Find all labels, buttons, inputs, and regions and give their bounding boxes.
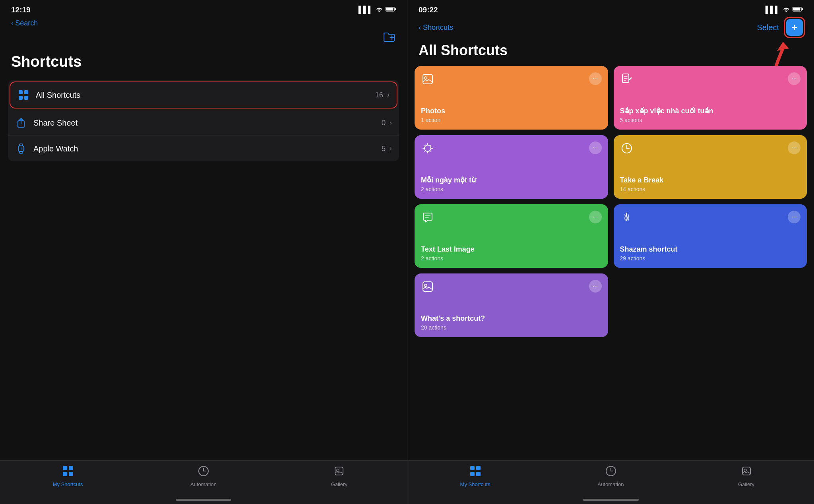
tab-gallery-1[interactable]: Gallery [271,465,407,487]
gallery-tab-label: Gallery [331,481,347,487]
tab-automation-1[interactable]: Automation [136,465,271,487]
shortcut-card-photos[interactable]: ··· Photos 1 action [415,66,608,130]
back-nav-1[interactable]: ‹ Search [0,17,407,31]
phone1-header [0,31,407,49]
shortcut-card-shazam[interactable]: ··· Shazam shortcut 29 actions [614,204,807,268]
card-bottom-moi-ngay: Mỗi ngày một từ 2 actions [421,176,602,193]
card-top-take-a-break: ··· [620,142,801,158]
all-shortcuts-chevron: › [387,91,390,99]
tab-my-shortcuts-1[interactable]: My Shortcuts [0,465,136,487]
share-sheet-count: 0 [382,118,386,127]
automation-tab-label: Automation [190,481,217,487]
take-a-break-name: Take a Break [620,176,801,185]
back-nav-2[interactable]: ‹ Shortcuts [419,23,453,32]
svg-rect-24 [793,8,800,11]
phone1: 12:19 ▌▌▌ ‹ Search [0,0,407,504]
shazam-more-btn[interactable]: ··· [788,211,800,223]
whats-shortcut-actions: 20 actions [421,324,602,331]
battery-icon-1 [386,6,396,14]
nav-actions: Select + [757,19,803,36]
share-sheet-label: Share Sheet [33,118,382,128]
page-title-2: All Shortcuts [407,40,814,66]
card-bottom-shazam: Shazam shortcut 29 actions [620,245,801,262]
photos-actions: 1 action [421,117,602,123]
page-title-1: Shortcuts [0,49,407,80]
battery-icon-2 [793,6,803,14]
back-chevron-1: ‹ [11,20,13,27]
my-shortcuts-tab-icon-2 [470,465,481,479]
watch-icon [15,143,27,155]
menu-item-share-sheet[interactable]: Share Sheet 0 › [8,110,399,136]
add-icon: + [791,21,798,34]
sap-xep-name: Sắp xếp việc nhà cuối tuần [620,107,801,116]
gallery-tab-icon [333,465,345,479]
shortcut-card-sap-xep[interactable]: ··· Sắp xếp việc nhà cuối tuần 5 actions [614,66,807,130]
grid-icon [17,89,29,101]
signal-icon-1: ▌▌▌ [359,6,373,14]
svg-rect-13 [19,151,23,153]
apple-watch-label: Apple Watch [33,144,382,153]
automation-tab-icon-2 [605,465,616,479]
card-top-shazam: ··· [620,211,801,227]
card-top-moi-ngay: ··· [421,142,602,158]
gallery-tab-icon-2 [741,465,752,479]
all-shortcuts-label: All Shortcuts [36,91,375,100]
card-bottom-text-last-image: Text Last Image 2 actions [421,245,602,262]
sap-xep-more-btn[interactable]: ··· [788,72,800,85]
shortcuts-grid: ··· Photos 1 action ··· [407,66,814,337]
shortcut-card-moi-ngay[interactable]: ··· Mỗi ngày một từ 2 actions [415,135,608,199]
moi-ngay-icon [421,142,434,158]
svg-rect-47 [470,472,475,476]
select-button[interactable]: Select [757,23,779,32]
card-bottom-sap-xep: Sắp xếp việc nhà cuối tuần 5 actions [620,107,801,124]
card-top-text-last-image: ··· [421,211,602,227]
card-bottom-photos: Photos 1 action [421,107,602,124]
moi-ngay-actions: 2 actions [421,186,602,192]
shortcut-card-whats-shortcut[interactable]: ··· What's a shortcut? 20 actions [415,273,608,337]
svg-rect-25 [802,8,803,10]
automation-tab-label-2: Automation [598,481,624,487]
moi-ngay-more-btn[interactable]: ··· [589,142,602,154]
card-top-sap-xep: ··· [620,72,801,89]
menu-item-apple-watch[interactable]: Apple Watch 5 › [8,136,399,161]
svg-rect-18 [63,472,67,476]
card-top-whats-shortcut: ··· [421,280,602,296]
svg-rect-46 [476,466,481,470]
svg-line-39 [424,151,425,151]
wifi-icon-1 [376,6,383,14]
tab-bar-2: My Shortcuts Automation Gallery [407,460,814,504]
shazam-actions: 29 actions [620,255,801,262]
time-2: 09:22 [419,6,438,14]
shortcut-card-take-a-break[interactable]: ··· Take a Break 14 actions [614,135,807,199]
menu-item-all-shortcuts[interactable]: All Shortcuts 16 › [10,81,397,109]
photos-more-btn[interactable]: ··· [589,72,602,85]
phone2-nav: ‹ Shortcuts Select + [407,17,814,40]
tab-my-shortcuts-2[interactable]: My Shortcuts [407,465,543,487]
add-button[interactable]: + [786,19,803,36]
text-last-image-icon [421,211,434,227]
tab-automation-2[interactable]: Automation [543,465,678,487]
status-icons-1: ▌▌▌ [359,6,396,14]
status-icons-2: ▌▌▌ [766,6,803,14]
menu-list: All Shortcuts 16 › Share Sheet 0 › [8,80,399,161]
shortcut-card-text-last-image[interactable]: ··· Text Last Image 2 actions [415,204,608,268]
shazam-icon [620,211,634,227]
whats-shortcut-more-btn[interactable]: ··· [589,280,602,293]
text-last-image-more-btn[interactable]: ··· [589,211,602,223]
whats-shortcut-icon [421,280,434,296]
svg-rect-8 [24,96,28,100]
wifi-icon-2 [783,6,790,14]
svg-rect-48 [476,472,481,476]
folder-add-icon[interactable] [383,31,396,45]
svg-rect-16 [63,466,67,470]
card-bottom-whats-shortcut: What's a shortcut? 20 actions [421,314,602,331]
whats-shortcut-name: What's a shortcut? [421,314,602,323]
tab-gallery-2[interactable]: Gallery [678,465,814,487]
svg-rect-2 [395,8,396,10]
take-a-break-more-btn[interactable]: ··· [788,142,800,154]
svg-line-36 [424,145,425,146]
sap-xep-actions: 5 actions [620,117,801,123]
shazam-name: Shazam shortcut [620,245,801,254]
share-icon [15,117,27,129]
phone2: 09:22 ▌▌▌ ‹ Shortcuts Select [407,0,814,504]
